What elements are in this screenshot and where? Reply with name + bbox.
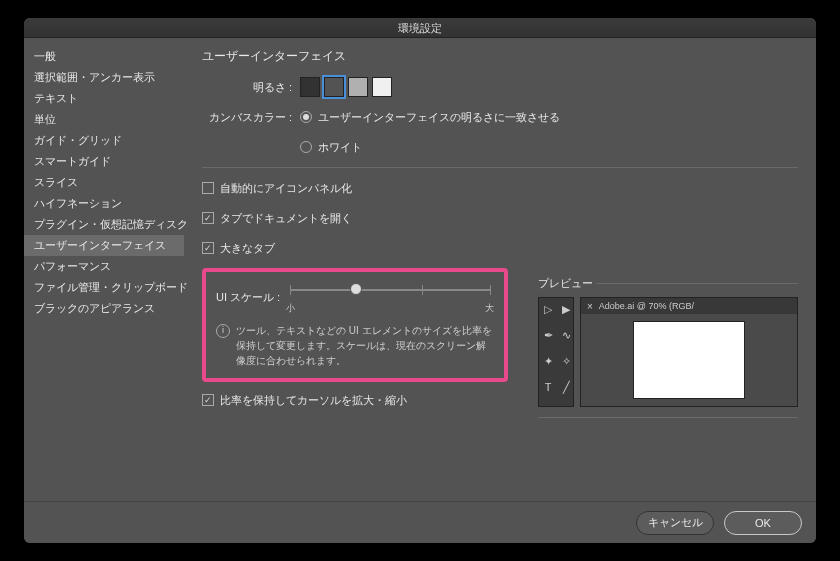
checkbox-icon bbox=[202, 394, 214, 406]
ui-scale-slider[interactable] bbox=[290, 280, 490, 300]
sidebar-item[interactable]: スライス bbox=[24, 172, 184, 193]
brightness-swatch[interactable] bbox=[324, 77, 344, 97]
preview-tab-label: Adobe.ai @ 70% (RGB/ bbox=[599, 301, 694, 311]
preview-canvas bbox=[634, 322, 744, 398]
brightness-swatches bbox=[300, 77, 392, 97]
cancel-button[interactable]: キャンセル bbox=[636, 511, 714, 535]
sidebar-item[interactable]: ファイル管理・クリップボード bbox=[24, 277, 184, 298]
checkbox-icon bbox=[202, 182, 214, 194]
brightness-swatch[interactable] bbox=[348, 77, 368, 97]
curvature-tool-icon: ∿ bbox=[559, 328, 573, 342]
sidebar-item[interactable]: ガイド・グリッド bbox=[24, 130, 184, 151]
slider-min-label: 小 bbox=[286, 302, 295, 315]
sidebar-item[interactable]: 一般 bbox=[24, 46, 184, 67]
canvas-color-radio-match[interactable]: ユーザーインターフェイスの明るさに一致させる bbox=[300, 110, 560, 125]
preferences-main: ユーザーインターフェイス 明るさ : カンバスカラー : ユーザーインターフェイ… bbox=[184, 38, 816, 501]
ok-button[interactable]: OK bbox=[724, 511, 802, 535]
type-tool-icon: T bbox=[541, 380, 555, 394]
checkbox-label: 自動的にアイコンパネル化 bbox=[220, 181, 352, 196]
radio-icon bbox=[300, 141, 312, 153]
ui-scale-label: UI スケール : bbox=[216, 290, 280, 305]
preferences-sidebar: 一般選択範囲・アンカー表示テキスト単位ガイド・グリッドスマートガイドスライスハイ… bbox=[24, 38, 184, 501]
sidebar-item[interactable]: ハイフネーション bbox=[24, 193, 184, 214]
line-tool-icon: ╱ bbox=[559, 380, 573, 394]
radio-label: ユーザーインターフェイスの明るさに一致させる bbox=[318, 110, 560, 125]
info-icon: i bbox=[216, 324, 230, 338]
sidebar-item[interactable]: ブラックのアピアランス bbox=[24, 298, 184, 319]
close-icon: × bbox=[587, 301, 593, 312]
window-titlebar: 環境設定 bbox=[24, 18, 816, 38]
sidebar-item[interactable]: 選択範囲・アンカー表示 bbox=[24, 67, 184, 88]
direct-selection-tool-icon: ▶ bbox=[559, 302, 573, 316]
checkbox-icon bbox=[202, 242, 214, 254]
brightness-swatch[interactable] bbox=[300, 77, 320, 97]
canvas-color-label: カンバスカラー : bbox=[202, 110, 292, 125]
checkbox-open-tabs[interactable]: タブでドキュメントを開く bbox=[202, 208, 798, 228]
brightness-label: 明るさ : bbox=[202, 80, 292, 95]
brightness-swatch[interactable] bbox=[372, 77, 392, 97]
checkbox-label: タブでドキュメントを開く bbox=[220, 211, 352, 226]
divider bbox=[202, 167, 798, 168]
window-title: 環境設定 bbox=[398, 22, 442, 34]
sidebar-item[interactable]: テキスト bbox=[24, 88, 184, 109]
sidebar-item[interactable]: プラグイン・仮想記憶ディスク bbox=[24, 214, 184, 235]
checkbox-label: 比率を保持してカーソルを拡大・縮小 bbox=[220, 393, 407, 408]
selection-tool-icon: ▷ bbox=[541, 302, 555, 316]
canvas-color-radio-white[interactable]: ホワイト bbox=[300, 140, 362, 155]
checkbox-icon bbox=[202, 212, 214, 224]
sidebar-item[interactable]: パフォーマンス bbox=[24, 256, 184, 277]
preview-document-panel: × Adobe.ai @ 70% (RGB/ bbox=[580, 297, 798, 407]
section-title: ユーザーインターフェイス bbox=[202, 48, 798, 65]
slider-thumb[interactable] bbox=[350, 283, 362, 295]
checkbox-auto-icon-panel[interactable]: 自動的にアイコンパネル化 bbox=[202, 178, 798, 198]
sidebar-item[interactable]: スマートガイド bbox=[24, 151, 184, 172]
dialog-footer: キャンセル OK bbox=[24, 501, 816, 543]
radio-icon bbox=[300, 111, 312, 123]
radio-label: ホワイト bbox=[318, 140, 362, 155]
slider-max-label: 大 bbox=[485, 302, 494, 315]
ui-scale-highlight: UI スケール : 小 大 bbox=[202, 268, 508, 382]
preview-section: プレビュー ▷ ▶ ✒ ∿ ✦ ✧ T ╱ bbox=[538, 276, 798, 418]
lasso-tool-icon: ✧ bbox=[559, 354, 573, 368]
pen-tool-icon: ✒ bbox=[541, 328, 555, 342]
wand-tool-icon: ✦ bbox=[541, 354, 555, 368]
checkbox-large-tabs[interactable]: 大きなタブ bbox=[202, 238, 798, 258]
checkbox-label: 大きなタブ bbox=[220, 241, 275, 256]
preferences-window: 環境設定 一般選択範囲・アンカー表示テキスト単位ガイド・グリッドスマートガイドス… bbox=[24, 18, 816, 543]
sidebar-item[interactable]: ユーザーインターフェイス bbox=[24, 235, 184, 256]
ui-scale-info-text: ツール、テキストなどの UI エレメントのサイズを比率を保持して変更します。スケ… bbox=[236, 323, 494, 368]
sidebar-item[interactable]: 単位 bbox=[24, 109, 184, 130]
preview-tool-panel: ▷ ▶ ✒ ∿ ✦ ✧ T ╱ bbox=[538, 297, 574, 407]
